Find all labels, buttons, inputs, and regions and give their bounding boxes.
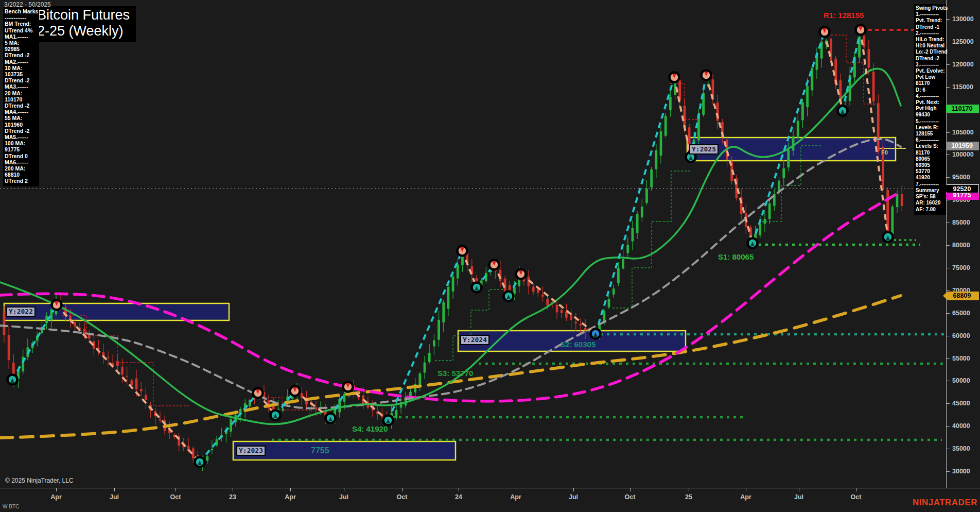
panel-line: Lo:-2 DTrend — [916, 49, 944, 55]
panel-line: Summary — [916, 187, 944, 194]
time-tick — [630, 488, 631, 491]
price-tick — [947, 132, 950, 133]
support-label-s1: S1: 80065 — [718, 252, 754, 261]
panel-line: 60305 — [916, 162, 944, 168]
copyright-text: © 2025 NinjaTrader, LLC — [5, 477, 73, 484]
time-tick-label: Apr — [285, 493, 296, 501]
price-badge: 68809 — [943, 292, 979, 300]
time-tick-label: Oct — [851, 493, 862, 501]
support-label-s4: S4: 41920 — [352, 424, 388, 433]
price-tick-label: 45000 — [952, 400, 970, 407]
price-tick-label: 40000 — [952, 422, 970, 430]
chart-title-line2: 12-25 (Weekly) — [29, 23, 130, 39]
price-tick — [947, 155, 950, 155]
panel-line: UTrend 4% — [5, 27, 38, 33]
panel-line: ------------ — [5, 14, 38, 21]
price-tick-label: 50000 — [952, 377, 970, 384]
chart-canvas[interactable] — [0, 0, 946, 488]
panel-line: Pvt. Evolve: — [916, 68, 944, 74]
price-tick-label: 115000 — [952, 83, 973, 91]
price-tick-label: 75000 — [952, 264, 970, 271]
panel-line: 100 MA: — [5, 140, 38, 146]
panel-line: DTrend -2 — [5, 128, 38, 134]
panel-line: 91775 — [5, 146, 38, 152]
time-tick — [689, 488, 689, 491]
panel-line: 103735 — [5, 71, 38, 77]
price-tick — [947, 87, 950, 88]
panel-line: 41920 — [916, 175, 944, 181]
time-tick-label: Oct — [625, 493, 636, 501]
panel-line: Pvt Low — [916, 74, 944, 80]
swing-pivots-panel: Swing Pivots 1.-----------Pvt. Trend:DTr… — [914, 4, 946, 215]
chart-title-line1: Bitcoin Futures — [29, 7, 130, 23]
panel-line: Pvt High — [916, 106, 944, 112]
panel-line: MA3.------ — [5, 83, 38, 90]
swing-pivots-title: Swing Pivots — [916, 5, 944, 11]
instrument-tag: W BTC — [3, 504, 19, 509]
ma55-line — [0, 139, 901, 408]
panel-line: 1.----------- — [916, 11, 944, 18]
price-badge: 110170 — [943, 105, 979, 113]
panel-line: SP's: 58 — [916, 194, 944, 200]
time-tick-label: 25 — [685, 493, 692, 501]
year-chip-2023[interactable]: Y:2023 — [236, 446, 266, 456]
time-tick — [746, 488, 746, 491]
price-tick-label: 80000 — [952, 242, 970, 249]
time-axis[interactable]: AprJulOct23AprJulOct24AprJulOct25AprJulO… — [0, 488, 980, 512]
panel-line: MA5.------ — [5, 134, 38, 140]
candlesticks — [3, 31, 903, 471]
price-tick — [947, 336, 950, 336]
year-chip-2024[interactable]: Y:2024 — [460, 335, 489, 345]
time-tick — [56, 488, 57, 491]
panel-line: AR: 16020 — [916, 200, 944, 206]
panel-line: 10 MA: — [5, 65, 38, 71]
time-tick — [344, 488, 344, 491]
panel-line: DTrend -2 — [5, 103, 38, 109]
price-badge: 92520 — [943, 184, 979, 193]
time-tick-label: Jul — [794, 493, 803, 501]
price-tick-label: 85000 — [952, 219, 970, 226]
panel-line: MA1.------ — [5, 33, 38, 40]
time-tick — [856, 488, 856, 491]
time-tick-label: Apr — [510, 493, 521, 501]
panel-line: 2.----------- — [916, 30, 944, 37]
price-tick — [947, 403, 950, 404]
time-tick-label: Oct — [170, 493, 181, 501]
year-chip-2025[interactable]: Y:2025 — [689, 144, 719, 155]
price-axis[interactable]: 1300001250001200001150001100001050001000… — [946, 0, 980, 488]
panel-line: DTrend -2 — [5, 77, 38, 83]
panel-line: 81170 — [916, 150, 944, 156]
price-tick — [947, 471, 950, 472]
price-tick-label: 55000 — [952, 355, 970, 362]
time-tick-label: Jul — [110, 493, 119, 501]
panel-line: 20 MA: — [5, 90, 38, 96]
support-label-s2: S2: 60305 — [560, 340, 596, 349]
price-tick-label: 130000 — [952, 15, 974, 23]
time-tick — [290, 488, 291, 491]
year-range-boxes — [4, 138, 896, 460]
time-tick — [233, 488, 233, 491]
panel-line: 4.----------- — [916, 93, 944, 99]
price-tick — [947, 313, 950, 314]
panel-line: DTrend -1 — [916, 24, 944, 30]
panel-line: 80065 — [916, 156, 944, 162]
panel-line: DTrend -2 — [5, 52, 38, 58]
bench-marks-panel: Bench Marks ------------BM Trend:UTrend … — [3, 7, 39, 186]
price-tick-label: 120000 — [952, 61, 974, 68]
panel-line: 81170 — [916, 80, 944, 87]
panel-line: Levels S: — [916, 143, 944, 149]
panel-line: 7.----------- — [916, 181, 944, 187]
price-tick-label: 125000 — [952, 38, 974, 45]
ninjatrader-logo: NINJATRADER — [913, 498, 977, 508]
time-tick — [402, 488, 402, 491]
moving-averages — [0, 69, 901, 438]
panel-line: DTrend 0 — [5, 153, 38, 159]
price-tick — [947, 42, 950, 42]
panel-line: 5.----------- — [916, 118, 944, 125]
time-tick-label: Apr — [50, 493, 62, 501]
price-tick — [947, 19, 950, 20]
price-tick-label: 100000 — [952, 151, 974, 158]
time-tick-label: 24 — [455, 493, 462, 501]
year-chip-2022[interactable]: Y:2022 — [6, 306, 36, 317]
partial-level-label: 7755 — [311, 446, 329, 455]
